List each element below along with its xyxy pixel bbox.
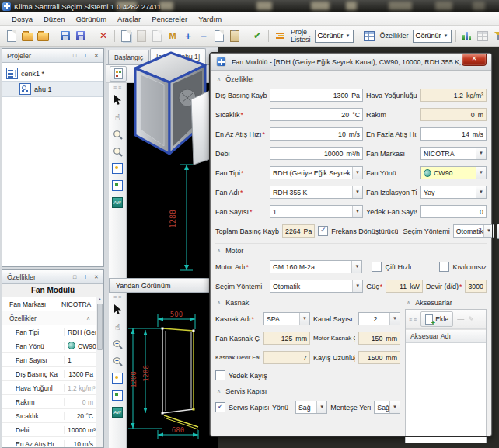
close-icon[interactable]: ✕ [92, 51, 101, 60]
sicaklik-input[interactable]: 20°C [270, 108, 363, 121]
yedek-fan-input[interactable]: 0 [420, 205, 487, 218]
chevron-up-icon[interactable]: ∧ [86, 315, 90, 321]
apply-check-button[interactable]: ✔ [250, 29, 264, 43]
pin-icon[interactable]: I [81, 273, 90, 281]
open-project-button[interactable] [20, 29, 34, 43]
delete-icon[interactable]: ✕ [96, 29, 110, 43]
en-az-atis-input[interactable]: 10m/s [270, 127, 363, 141]
capture-view-icon[interactable] [111, 179, 124, 192]
kivilcimsiz-checkbox[interactable] [439, 262, 449, 272]
property-row[interactable]: Fan Sayısı1 [2, 353, 96, 367]
property-row[interactable]: Sıcaklık20 °C [2, 409, 96, 423]
tree-item-ahu[interactable]: ahu 1 [2, 81, 103, 97]
new-document-button[interactable] [5, 29, 19, 43]
maximize-icon[interactable]: □ [70, 273, 79, 281]
project-list-visibility-select[interactable]: Görünür▼ [315, 30, 354, 43]
dialog-close-button[interactable]: ✕ [462, 54, 487, 66]
menu-gorunum[interactable]: Görünüm [70, 14, 112, 24]
wizard-filter-button[interactable] [491, 29, 499, 43]
kanal-sayisi-dropdown[interactable]: 2▼ [358, 312, 400, 325]
open-folder-button[interactable] [36, 29, 50, 43]
property-row[interactable]: Fan Yönü CW90 [2, 339, 96, 353]
fan-tipi-dropdown[interactable]: RDH (Geriye Eğik Seyrek Kanat)▼ [270, 166, 363, 179]
zoom-in-tool-icon[interactable] [111, 338, 124, 350]
remove-accessory-icon[interactable]: — [457, 315, 464, 323]
maximize-icon[interactable]: □ [70, 51, 79, 60]
paste-button[interactable] [134, 29, 148, 43]
section-aksesuarlar[interactable]: ∧ Aksesuarlar [405, 296, 487, 309]
clipboard-button[interactable] [228, 29, 242, 43]
pan-hand-tool-icon[interactable]: ☝ [111, 111, 124, 123]
fan-sayisi-dropdown[interactable]: 1▼ [270, 205, 363, 218]
toolstrip-grip[interactable]: ≡ ≡ [113, 85, 121, 89]
select-tool-icon[interactable] [111, 94, 124, 106]
scroll-up-icon[interactable]: ▲ [96, 296, 103, 303]
report-document-button[interactable] [212, 29, 226, 43]
zoom-out-tool-icon[interactable] [111, 355, 124, 367]
remove-module-button[interactable]: − [197, 29, 211, 43]
pan-hand-tool-icon[interactable]: ☝ [111, 321, 124, 333]
toolstrip-grip[interactable]: ≡ ≡ [409, 317, 417, 322]
fan-markasi-dropdown[interactable]: NICOTRA▼ [420, 147, 487, 160]
zoom-in-tool-icon[interactable] [111, 128, 124, 141]
copy-button[interactable] [119, 29, 133, 43]
capture-view-icon[interactable] [111, 389, 124, 401]
dis-basinc-input[interactable]: 1300Pa [270, 89, 363, 102]
yedek-kayis-checkbox[interactable] [215, 370, 225, 380]
property-row[interactable]: Hava Yoğunl1.2 kg/m³ [2, 381, 96, 395]
dialog-titlebar[interactable]: Fan Modülü - [RDH (Geriye Eğik Seyrek Ka… [211, 54, 491, 71]
section-ozellikler[interactable]: ∧ Özellikler [215, 72, 487, 85]
fit-view-icon[interactable] [111, 372, 124, 384]
tree-item-project[interactable]: cenk1 * [2, 66, 103, 81]
properties-scrollbar[interactable]: ▲ [96, 296, 103, 447]
side-view-header[interactable]: Yandan Görünüm [109, 278, 218, 293]
property-row[interactable]: Rakım0 m [2, 395, 96, 409]
accessories-column-header[interactable]: Aksesuar Adı [406, 330, 486, 343]
mentese-dropdown[interactable]: Sağ▼ [374, 401, 400, 414]
accessories-list[interactable]: Aksesuar Adı [406, 329, 486, 443]
scrollbar-thumb[interactable] [97, 304, 103, 350]
toolstrip-grip[interactable]: ≡ ≡ [113, 295, 121, 299]
yonu-dropdown[interactable]: Sağ▼ [295, 401, 327, 414]
add-accessory-button[interactable]: Ekle [420, 311, 453, 327]
property-row[interactable]: Debi10000 m³/h [2, 423, 96, 437]
merge-button[interactable]: M [166, 29, 180, 43]
save-all-button[interactable] [74, 29, 88, 43]
edit-accessory-icon[interactable]: ✎ [468, 315, 474, 323]
close-icon[interactable]: ✕ [92, 273, 101, 281]
add-module-button[interactable]: + [181, 29, 195, 43]
pin-icon[interactable]: I [81, 51, 90, 60]
en-fazla-atis-input[interactable]: 14m/s [420, 127, 487, 141]
kasnak-adi-dropdown[interactable]: SPA▼ [263, 312, 310, 325]
fit-view-icon[interactable] [111, 162, 124, 175]
export-view-icon[interactable]: AW [111, 196, 124, 209]
chart-button[interactable] [460, 29, 474, 43]
servis-kapisi-checkbox[interactable]: ✓ [215, 402, 225, 412]
fan-adi-dropdown[interactable]: RDH 355 K▼ [270, 186, 363, 199]
save-button[interactable] [58, 29, 72, 43]
import-button[interactable] [150, 29, 164, 43]
menu-araclar[interactable]: Araçlar [112, 14, 146, 24]
property-row[interactable]: En Az Atış Hı10 m/s [2, 437, 96, 448]
property-row[interactable]: Fan MarkasıNICOTRA [2, 297, 96, 311]
report-preview-button[interactable] [110, 66, 127, 82]
section-motor[interactable]: ∧ Motor [215, 243, 487, 257]
secim-yontemi-dropdown[interactable]: Otomatik▼ [453, 224, 494, 238]
property-group-row[interactable]: Özellikler ∧ [2, 311, 96, 325]
property-row[interactable]: Dış Basınç Ka1300 Pa [2, 367, 96, 381]
select-tool-icon[interactable] [111, 304, 124, 316]
motor-secim-dropdown[interactable]: Otomatik▼ [270, 280, 363, 293]
section-servis-kapisi[interactable]: ∧ Servis Kapısı [215, 384, 400, 398]
property-row[interactable]: Fan TipiRDH (Geriye Eği... [2, 325, 96, 339]
menu-dosya[interactable]: Dosya [6, 14, 38, 24]
fan-izolasyon-dropdown[interactable]: Yay▼ [420, 186, 487, 199]
frekans-checkbox[interactable]: ✓ [318, 226, 328, 236]
debi-input[interactable]: 10000m³/h [270, 147, 363, 160]
export-view-icon[interactable]: AW [111, 406, 124, 418]
cift-hizli-checkbox[interactable] [372, 262, 382, 272]
section-kasnak[interactable]: ∧ Kasnak [215, 296, 400, 309]
menu-duzen[interactable]: Düzen [38, 14, 70, 24]
grid-button[interactable] [476, 29, 490, 43]
fan-yonu-dropdown[interactable]: CW90▼ [420, 166, 487, 179]
motor-adi-dropdown[interactable]: GM 160 M-2a▼ [270, 260, 362, 273]
